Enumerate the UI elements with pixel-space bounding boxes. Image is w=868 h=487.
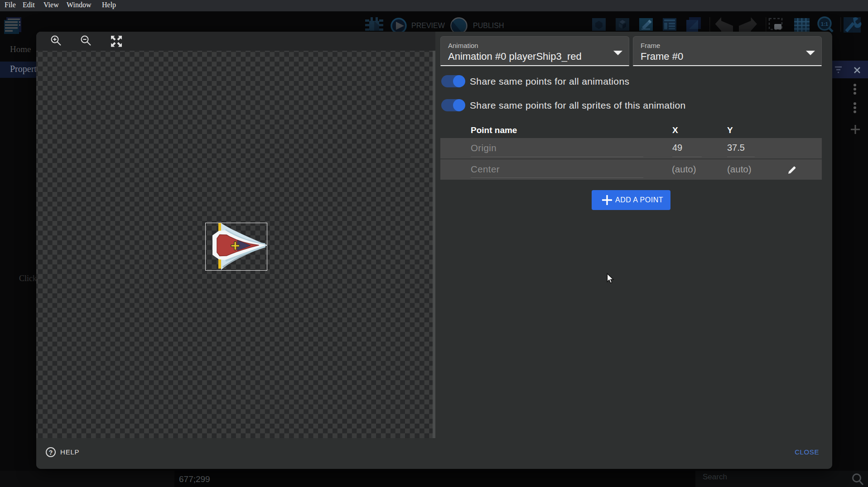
svg-text:HELP: HELP xyxy=(60,448,79,456)
svg-text:?: ? xyxy=(49,449,53,456)
svg-text:1:1: 1:1 xyxy=(821,21,828,27)
svg-text:PUBLISH: PUBLISH xyxy=(473,22,504,29)
svg-text:PREVIEW: PREVIEW xyxy=(411,22,445,29)
